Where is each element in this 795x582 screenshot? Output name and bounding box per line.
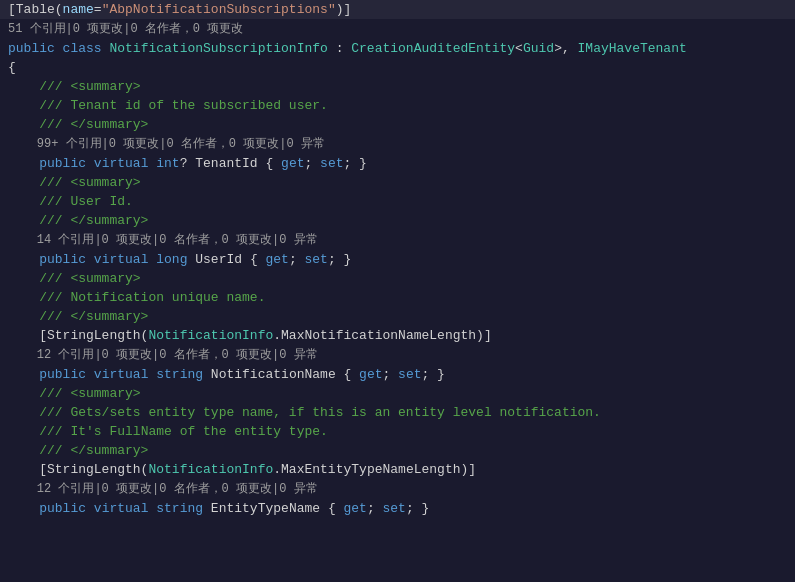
code-line: /// User Id. [0, 192, 795, 211]
code-token: { [8, 60, 16, 75]
code-token: get [344, 501, 367, 516]
code-token: virtual [94, 156, 156, 171]
code-line: /// </summary> [0, 307, 795, 326]
code-token: UserId { [187, 252, 265, 267]
code-token: ' [86, 424, 94, 439]
code-token: .MaxEntityTypeNameLength)] [273, 462, 476, 477]
code-token: ; } [422, 367, 445, 382]
code-token: ; } [328, 252, 351, 267]
code-token: 51 个引用|0 项更改|0 名作者，0 项更改 [8, 22, 243, 36]
code-token: IMayHaveTenant [578, 41, 687, 56]
code-token: /// </summary> [8, 309, 148, 324]
code-token: ; [367, 501, 383, 516]
code-token: set [320, 156, 343, 171]
code-line: public class NotificationSubscriptionInf… [0, 39, 795, 58]
code-token: /// It [8, 424, 86, 439]
code-token: string [156, 367, 203, 382]
code-token: /// </summary> [8, 213, 148, 228]
code-line: { [0, 58, 795, 77]
code-token: 14 个引用|0 项更改|0 名作者，0 项更改|0 异常 [8, 233, 318, 247]
code-token: EntityTypeName { [203, 501, 343, 516]
code-token: NotificationName { [203, 367, 359, 382]
code-token: NotificationSubscriptionInfo [109, 41, 327, 56]
code-token: /// <summary> [8, 386, 141, 401]
code-token: )] [336, 2, 352, 17]
code-token: NotificationInfo [148, 328, 273, 343]
code-token: "AbpNotificationSubscriptions" [102, 2, 336, 17]
code-token: string [156, 501, 203, 516]
code-token: < [515, 41, 523, 56]
code-line: 14 个引用|0 项更改|0 名作者，0 项更改|0 异常 [0, 230, 795, 250]
code-token: ; [383, 367, 399, 382]
code-token: 12 个引用|0 项更改|0 名作者，0 项更改|0 异常 [8, 348, 318, 362]
code-token: 99+ 个引用|0 项更改|0 名作者，0 项更改|0 异常 [8, 137, 325, 151]
code-token: long [156, 252, 187, 267]
code-token: virtual [94, 367, 156, 382]
code-token: get [265, 252, 288, 267]
code-line: /// </summary> [0, 211, 795, 230]
code-token: get [281, 156, 304, 171]
code-line: public virtual string EntityTypeName { g… [0, 499, 795, 518]
code-token: s FullName of [94, 424, 203, 439]
code-token: /// <summary> [8, 175, 141, 190]
code-token: set [383, 501, 406, 516]
code-line: public virtual long UserId { get; set; } [0, 250, 795, 269]
code-line: /// Gets/sets entity type name, if this … [0, 403, 795, 422]
code-line: 51 个引用|0 项更改|0 名作者，0 项更改 [0, 19, 795, 39]
code-token: /// <summary> [8, 271, 141, 286]
code-line: [Table(name="AbpNotificationSubscription… [0, 0, 795, 19]
code-token: /// </summary> [8, 117, 148, 132]
code-line: /// </summary> [0, 115, 795, 134]
code-token: name [63, 2, 94, 17]
code-line: 99+ 个引用|0 项更改|0 名作者，0 项更改|0 异常 [0, 134, 795, 154]
code-token: ; } [406, 501, 429, 516]
code-token: .MaxNotificationNameLength)] [273, 328, 491, 343]
code-token: the [203, 424, 226, 439]
code-token: /// Notification unique name. [8, 290, 265, 305]
code-token: ? TenantId { [180, 156, 281, 171]
code-token: : [328, 41, 351, 56]
code-token: /// </summary> [8, 443, 148, 458]
code-token: virtual [94, 252, 156, 267]
code-token: /// <summary> [8, 79, 141, 94]
code-token: /// User Id. [8, 194, 133, 209]
code-token: set [305, 252, 328, 267]
code-token: Guid [523, 41, 554, 56]
code-line: /// Notification unique name. [0, 288, 795, 307]
code-token: >, [554, 41, 577, 56]
code-line: 12 个引用|0 项更改|0 名作者，0 项更改|0 异常 [0, 479, 795, 499]
code-line: /// </summary> [0, 441, 795, 460]
code-line: /// <summary> [0, 173, 795, 192]
code-token: /// Gets/sets entity type name, if this … [8, 405, 601, 420]
code-token: public [8, 252, 94, 267]
code-line: [StringLength(NotificationInfo.MaxEntity… [0, 460, 795, 479]
code-token: ; [289, 252, 305, 267]
code-token: [Table( [8, 2, 63, 17]
code-token: [StringLength( [8, 462, 148, 477]
code-token: virtual [94, 501, 156, 516]
code-token: ; } [344, 156, 367, 171]
code-line: public virtual string NotificationName {… [0, 365, 795, 384]
code-line: 12 个引用|0 项更改|0 名作者，0 项更改|0 异常 [0, 345, 795, 365]
code-token: 12 个引用|0 项更改|0 名作者，0 项更改|0 异常 [8, 482, 318, 496]
code-token: public [8, 41, 63, 56]
code-token: class [63, 41, 110, 56]
code-line: /// <summary> [0, 77, 795, 96]
code-line: /// Tenant id of the subscribed user. [0, 96, 795, 115]
code-line: public virtual int? TenantId { get; set;… [0, 154, 795, 173]
code-token: ; [304, 156, 320, 171]
code-line: /// <summary> [0, 384, 795, 403]
code-line: /// It's FullName of the entity type. [0, 422, 795, 441]
code-token: NotificationInfo [148, 462, 273, 477]
code-line: [StringLength(NotificationInfo.MaxNotifi… [0, 326, 795, 345]
code-line: /// <summary> [0, 269, 795, 288]
code-token: public [8, 367, 94, 382]
code-token: entity type. [226, 424, 327, 439]
code-token: public [8, 501, 94, 516]
code-token: [StringLength( [8, 328, 148, 343]
code-token: get [359, 367, 382, 382]
code-token: = [94, 2, 102, 17]
code-token: set [398, 367, 421, 382]
code-token: CreationAuditedEntity [351, 41, 515, 56]
code-token: int [156, 156, 179, 171]
